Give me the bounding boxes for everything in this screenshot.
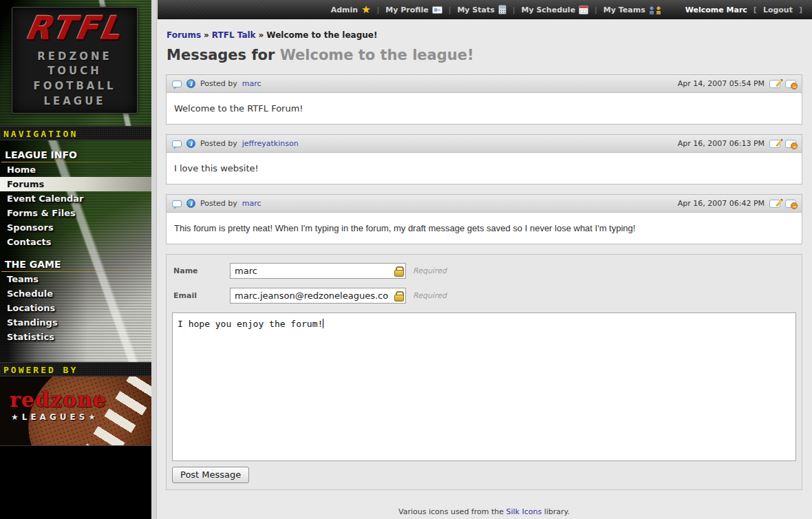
page-title: Messages for Welcome to the league! (167, 47, 802, 63)
post-body: This forum is pretty neat! When I'm typi… (167, 213, 802, 244)
rtfl-logo-title: RTFL (23, 12, 125, 44)
post-author-link[interactable]: marc (242, 199, 261, 208)
posted-by-label: Posted by (200, 199, 237, 208)
topbar: Admin ★ | My Profile | My Stats | My Sch… (158, 0, 812, 19)
sidebar-item-schedule[interactable]: Schedule (0, 286, 151, 301)
post-author-link[interactable]: marc (242, 79, 261, 88)
post-header: i Posted by marc Apr 14, 2007 05:54 PM (167, 75, 802, 93)
name-field[interactable] (230, 263, 406, 279)
comment-icon (172, 140, 182, 147)
silk-icons-link[interactable]: Silk Icons (506, 507, 542, 516)
comment-icon (172, 200, 182, 207)
comment-icon (172, 81, 182, 87)
sidebar-field-background: RTFL REDZONE TOUCH FOOTBALL LEAGUE (0, 0, 151, 126)
sidebar: RTFL REDZONE TOUCH FOOTBALL LEAGUE NAVIG… (0, 0, 151, 519)
post-header: i Posted by marc Apr 16, 2007 06:42 PM (167, 195, 802, 213)
navigation-marquee: NAVIGATION (0, 126, 151, 140)
redzone-leagues-sub: ★LEAGUES★ (11, 412, 99, 422)
redzone-leagues-name: redzone (10, 388, 107, 412)
email-label: Email (173, 291, 230, 300)
message-area-wrap: I hope you enjoy the forum! (172, 313, 796, 461)
sidebar-item-event-calendar[interactable]: Event Calendar (0, 191, 151, 206)
lock-icon (394, 266, 403, 275)
sidebar-item-statistics[interactable]: Statistics (0, 330, 151, 344)
info-icon: i (186, 79, 195, 88)
post-date: Apr 16, 2007 06:42 PM (678, 199, 765, 208)
breadcrumb-rtfl-talk[interactable]: RTFL Talk (212, 30, 256, 40)
sidebar-item-home[interactable]: Home (0, 162, 151, 177)
name-row: Name Required (173, 263, 796, 279)
section-header-the-game: THE GAME (0, 259, 151, 272)
breadcrumb-forums[interactable]: Forums (167, 30, 201, 40)
star-icon: ★ (361, 5, 370, 15)
breadcrumb-separator: » (204, 30, 209, 40)
vcard-icon (432, 6, 442, 14)
email-field[interactable] (230, 288, 406, 304)
sidebar-item-teams[interactable]: Teams (0, 272, 151, 286)
rtfl-logo-line: LEAGUE (43, 94, 105, 109)
sidebar-item-locations[interactable]: Locations (0, 301, 151, 315)
topbar-item-my-profile[interactable]: My Profile (385, 6, 442, 14)
post-body: Welcome to the RTFL Forum! (167, 93, 802, 124)
post-date: Apr 14, 2007 05:54 PM (678, 79, 765, 88)
post-message-button[interactable]: Post Message (172, 467, 249, 483)
topbar-separator: | (449, 6, 451, 14)
comment-edit-icon[interactable] (769, 80, 780, 88)
forum-post: i Posted by jeffreyatkinson Apr 16, 2007… (166, 134, 802, 184)
topbar-item-my-teams[interactable]: My Teams (603, 6, 661, 14)
welcome-text: Welcome Marc (685, 6, 747, 14)
post-body: I love this website! (167, 153, 802, 184)
page-title-prefix: Messages for (167, 47, 280, 63)
topbar-label: My Profile (385, 6, 428, 14)
rtfl-logo-line: REDZONE (37, 50, 112, 65)
sidebar-item-forums[interactable]: Forums (0, 177, 151, 191)
calculator-icon (498, 5, 506, 14)
message-textarea[interactable]: I hope you enjoy the forum! (172, 313, 796, 461)
sidebar-nav: LEAGUE INFO Home Forums Event Calendar F… (0, 140, 151, 362)
post-date: Apr 16, 2007 06:13 PM (678, 139, 765, 148)
footer-text: library. (542, 507, 570, 516)
topbar-item-my-schedule[interactable]: My Schedule (521, 6, 588, 14)
page-title-subject: Welcome to the league! (280, 47, 474, 63)
breadcrumb-separator: » (259, 30, 264, 40)
section-header-league-info: LEAGUE INFO (0, 149, 151, 162)
post-header: i Posted by jeffreyatkinson Apr 16, 2007… (167, 135, 802, 153)
name-label: Name (173, 266, 230, 275)
comment-delete-icon[interactable] (785, 140, 796, 148)
sidebar-item-sponsors[interactable]: Sponsors (0, 220, 151, 235)
comment-edit-icon[interactable] (769, 200, 780, 208)
sidebar-item-standings[interactable]: Standings (0, 315, 151, 330)
topbar-label: Admin (331, 6, 358, 14)
breadcrumb-current: Welcome to the league! (266, 30, 377, 40)
sidebar-item-contacts[interactable]: Contacts (0, 235, 151, 249)
topbar-separator: | (377, 6, 380, 14)
posted-by-label: Posted by (200, 139, 237, 148)
post-author-link[interactable]: jeffreyatkinson (242, 139, 299, 148)
page: RTFL REDZONE TOUCH FOOTBALL LEAGUE NAVIG… (0, 0, 812, 519)
logout-bracket: ] (799, 6, 802, 14)
email-row: Email Required (173, 288, 796, 304)
redzone-leagues-logo: redzone ★LEAGUES★ (0, 377, 151, 446)
topbar-label: My Schedule (521, 6, 575, 14)
logout-link[interactable]: Logout (763, 6, 793, 14)
comment-edit-icon[interactable] (769, 140, 780, 148)
sidebar-item-forms-files[interactable]: Forms & Files (0, 206, 151, 220)
comment-delete-icon[interactable] (785, 200, 796, 208)
footer: Various icons used from the Silk Icons l… (166, 505, 802, 519)
comment-delete-icon[interactable] (785, 80, 796, 88)
topbar-separator: | (595, 6, 597, 14)
info-icon: i (186, 199, 195, 208)
topbar-item-admin[interactable]: Admin ★ (331, 5, 371, 15)
rtfl-logo: RTFL REDZONE TOUCH FOOTBALL LEAGUE (12, 7, 138, 114)
sidebar-gutter (151, 0, 157, 519)
powered-by-marquee: POWERED BY (0, 362, 151, 377)
sidebar-filler (0, 446, 151, 519)
topbar-label: My Stats (457, 6, 494, 14)
topbar-item-my-stats[interactable]: My Stats (457, 5, 506, 14)
forum-post: i Posted by marc Apr 14, 2007 05:54 PM W… (166, 74, 802, 125)
content: Forums»RTFL Talk»Welcome to the league! … (158, 19, 812, 519)
group-icon (649, 6, 661, 14)
info-icon: i (186, 139, 195, 148)
required-hint: Required (413, 266, 447, 275)
topbar-separator: | (513, 6, 515, 14)
